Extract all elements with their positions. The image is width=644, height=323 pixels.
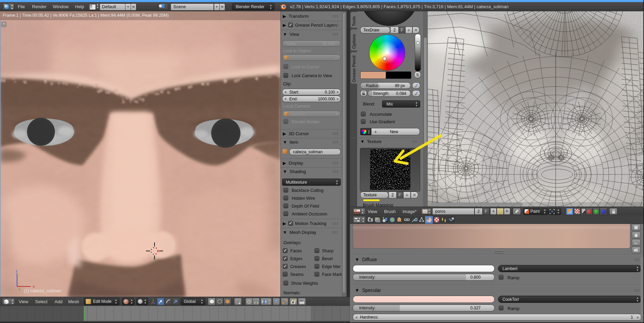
svg-text:Grease Pencil: Grease Pencil — [352, 55, 356, 82]
svg-text:Tools: Tools — [352, 16, 356, 26]
svg-text:x: x — [33, 284, 35, 289]
svg-text:Options: Options — [352, 34, 356, 49]
svg-text:(1) cabeza_soliman: (1) cabeza_soliman — [24, 289, 61, 293]
svg-text:z: z — [16, 269, 18, 273]
svg-text:v: v — [18, 287, 20, 291]
